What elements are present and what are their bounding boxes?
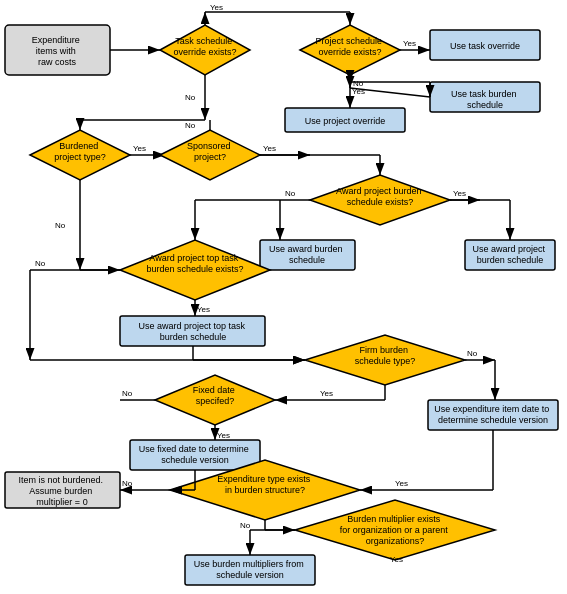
diamond-fixed-date-label: Fixed date specifed? <box>193 385 238 406</box>
label-yes-d4: Yes <box>263 144 276 153</box>
diamond-award-top-task-label: Award project top task burden schedule e… <box>146 253 243 274</box>
label-no-d9: No <box>122 479 133 488</box>
label-yes-d9: Yes <box>395 479 408 488</box>
label-no-d1: No <box>185 93 196 102</box>
label-no-d4: No <box>185 121 196 130</box>
label-yes-d5: Yes <box>453 189 466 198</box>
diamond-project-override-label: Project schedule override exists? <box>315 36 384 57</box>
diamond-firm-burden-label: Firm burden schedule type? <box>355 345 416 366</box>
box-award-project-burden-label: Use award project burden schedule <box>472 244 547 265</box>
diamond-task-override-label: Task schedule override exists? <box>173 36 236 57</box>
box-exp-item-date-label: Use expenditure item date to determine s… <box>434 404 552 425</box>
label-no-d3: No <box>55 221 66 230</box>
diamond-exp-type-label: Expenditure type exists in burden struct… <box>217 474 313 495</box>
label-yes-d3: Yes <box>133 144 146 153</box>
label-yes-d10: Yes <box>390 555 403 564</box>
label-yes-d7: Yes <box>320 389 333 398</box>
box-project-override-label: Use project override <box>305 116 386 126</box>
start-label: Expenditure items with raw costs <box>32 35 83 67</box>
label-no-d7: No <box>467 349 478 358</box>
label-no-d10: No <box>240 521 251 530</box>
label-yes-d2: Yes <box>403 39 416 48</box>
label-yes-d6: Yes <box>197 305 210 314</box>
label-no-d5: No <box>285 189 296 198</box>
diamond-award-burden-label: Award project burden schedule exists? <box>336 186 424 207</box>
label-yes-d8: Yes <box>217 431 230 440</box>
diamond-burdened-label: Burdened project type? <box>54 141 106 162</box>
label-yes-d1-up: Yes <box>210 3 223 12</box>
box-task-override-label: Use task override <box>450 41 520 51</box>
label-no-d8: No <box>122 389 133 398</box>
label-yes-d2-proj: Yes <box>352 87 365 96</box>
label-no-d6: No <box>35 259 46 268</box>
